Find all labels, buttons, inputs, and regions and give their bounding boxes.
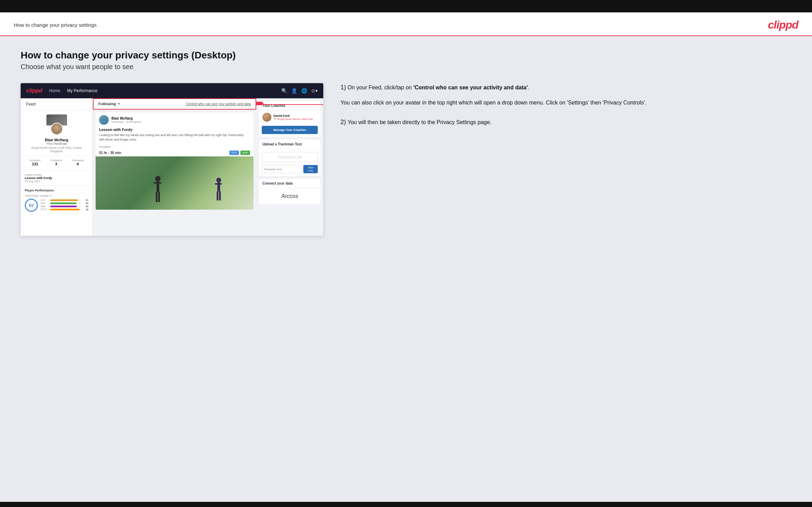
upload-card-header: Upload a Trackman Test xyxy=(259,140,321,149)
upload-trackman-card: Upload a Trackman Test Trackman Link Add… xyxy=(259,140,321,176)
search-icon[interactable]: 🔍 xyxy=(281,88,287,93)
app-mockup: clippd Home My Performance 🔍 👤 🌐 ⊙▾ Feed xyxy=(21,83,323,236)
post-duration-value: 01 hr : 30 min xyxy=(99,151,121,155)
app-nav-link-home[interactable]: Home xyxy=(49,88,60,93)
stat-following-label: Following xyxy=(72,159,84,162)
player-perf-title: Player Performance xyxy=(25,189,88,192)
connect-card-header: Connect your data xyxy=(259,179,321,188)
site-footer: Copyright Clippd 2022 xyxy=(0,502,812,507)
stat-following-value: 4 xyxy=(72,162,84,166)
golfer2-icon xyxy=(213,177,225,205)
app-feed: Following ▼ Control who can see your act… xyxy=(93,98,256,236)
instruction-step1-text: 1) On your Feed, click/tap on 'Control w… xyxy=(340,83,791,92)
bar-arg: ARG 86 xyxy=(41,205,88,208)
app-nav-icons: 🔍 👤 🌐 ⊙▾ xyxy=(281,88,318,93)
post-image xyxy=(96,156,253,210)
stat-followers-value: 3 xyxy=(50,162,62,166)
latest-activity-label: Latest Activity xyxy=(25,173,88,176)
instruction-step1: 1) On your Feed, click/tap on 'Control w… xyxy=(340,83,791,107)
article-title: How to change your privacy settings (Des… xyxy=(21,50,791,61)
coaches-card: Your Coaches David Ford 📍 Royal North De… xyxy=(259,101,321,137)
instructions-panel: 1) On your Feed, click/tap on 'Control w… xyxy=(337,83,791,138)
manage-coaches-button[interactable]: Manage Your Coaches xyxy=(262,126,318,134)
content-row: clippd Home My Performance 🔍 👤 🌐 ⊙▾ Feed xyxy=(21,83,791,236)
globe-icon[interactable]: 🌐 xyxy=(301,88,307,93)
badge-app: APP xyxy=(240,151,250,155)
site-logo: clippd xyxy=(768,19,798,31)
svg-rect-9 xyxy=(217,191,218,200)
post-header: Blair McHarg Yesterday · Sunningdale xyxy=(96,112,253,128)
stat-activities: Activities 131 xyxy=(30,159,41,166)
latest-activity: Latest Activity Lesson with Fordy 03 Aug… xyxy=(21,170,93,186)
site-header: How to change your privacy settings clip… xyxy=(0,12,812,36)
following-label: Following xyxy=(98,102,116,106)
app-nav: clippd Home My Performance 🔍 👤 🌐 ⊙▾ xyxy=(21,83,323,98)
svg-point-6 xyxy=(216,178,221,183)
stat-activities-label: Activities xyxy=(30,159,41,162)
person-icon[interactable]: 👤 xyxy=(291,88,297,93)
feed-tab[interactable]: Feed xyxy=(21,98,93,110)
profile-handicap: Plus Handicap xyxy=(25,142,88,145)
profile-club: Royal North Devon Golf Club, United King… xyxy=(25,146,88,153)
golfer1-icon xyxy=(151,175,165,206)
coach-avatar xyxy=(262,113,271,122)
connect-data-card: Connect your data Arccos xyxy=(259,179,321,204)
post-user-meta: Yesterday · Sunningdale xyxy=(111,120,141,123)
stat-followers: Followers 3 xyxy=(50,159,62,166)
profile-avatar-wrap xyxy=(46,114,67,135)
svg-point-1 xyxy=(155,176,161,181)
instruction-step1-extra: You can also click on your avatar in the… xyxy=(340,98,791,107)
stat-following: Following 4 xyxy=(72,159,84,166)
coach-info: David Ford 📍 Royal North Devon Golf Club xyxy=(273,114,313,121)
annotation-arrow xyxy=(256,101,264,107)
bar-app: APP 85 xyxy=(41,202,88,205)
profile-avatar xyxy=(51,123,63,135)
tpq-row: 92 OTT 90 APP 85 xyxy=(25,199,88,212)
add-link-button[interactable]: Add Link xyxy=(303,165,318,173)
post-avatar xyxy=(99,115,109,125)
tpq-info-icon[interactable]: ℹ xyxy=(50,194,51,197)
latest-activity-date: 03 Aug 2022 xyxy=(25,180,88,183)
stat-activities-value: 131 xyxy=(30,162,41,166)
coaches-card-header: Your Coaches xyxy=(259,101,321,111)
arccos-text: Arccos xyxy=(259,188,321,204)
post-user-name: Blair McHarg xyxy=(111,117,141,120)
following-bar: Following ▼ Control who can see your act… xyxy=(94,99,256,109)
coach-item: David Ford 📍 Royal North Devon Golf Club xyxy=(259,111,321,124)
bar-putt: PUTT 96 xyxy=(41,208,88,211)
following-bar-wrapper: Following ▼ Control who can see your act… xyxy=(93,98,256,110)
coach-name: David Ford xyxy=(273,114,313,118)
instruction-step2: 2) You will then be taken directly to th… xyxy=(340,118,791,127)
trackman-link-row: Add Link xyxy=(262,165,318,173)
app-nav-logo: clippd xyxy=(26,88,42,94)
highlight-region: Following ▼ Control who can see your act… xyxy=(93,98,256,110)
tpq-label: Total Player Quality ℹ xyxy=(25,194,88,197)
profile-card: Blair McHarg Plus Handicap Royal North D… xyxy=(21,110,93,170)
app-right-sidebar: Your Coaches David Ford 📍 Royal North De… xyxy=(256,98,323,236)
post-badges: OTT APP xyxy=(229,151,250,155)
profile-stats: Activities 131 Followers 3 Following 4 xyxy=(25,156,88,166)
following-button[interactable]: Following ▼ xyxy=(98,102,120,106)
svg-rect-5 xyxy=(158,192,160,202)
app-nav-link-performance[interactable]: My Performance xyxy=(67,88,97,93)
app-sidebar: Feed Blair McHarg Plus Handicap Royal No… xyxy=(21,98,93,236)
annotation-line xyxy=(256,104,323,105)
trackman-link-input[interactable] xyxy=(262,165,302,173)
top-bar xyxy=(0,0,812,12)
svg-rect-10 xyxy=(219,191,221,200)
badge-ott: OTT xyxy=(229,151,239,155)
control-privacy-link[interactable]: Control who can see your activity and da… xyxy=(186,102,251,106)
player-performance: Player Performance Total Player Quality … xyxy=(21,186,93,214)
post-footer: 01 hr : 30 min OTT APP xyxy=(96,150,253,156)
page-title: How to change your privacy settings xyxy=(14,22,97,28)
post-card: Blair McHarg Yesterday · Sunningdale Les… xyxy=(96,112,253,210)
svg-rect-3 xyxy=(154,182,161,184)
stat-followers-label: Followers xyxy=(50,159,62,162)
tpq-bars: OTT 90 APP 85 ARG xyxy=(41,199,88,211)
avatar-icon[interactable]: ⊙▾ xyxy=(311,88,318,93)
latest-activity-name: Lesson with Fordy xyxy=(25,176,88,180)
profile-avatar-inner xyxy=(51,123,62,134)
instruction-step2-text: 2) You will then be taken directly to th… xyxy=(340,118,791,127)
post-title: Lesson with Fordy xyxy=(96,128,253,133)
profile-name: Blair McHarg xyxy=(25,138,88,142)
